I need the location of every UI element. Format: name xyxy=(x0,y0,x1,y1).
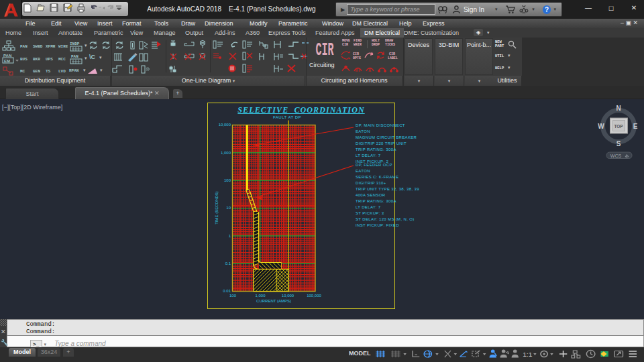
svg-text:1:1: 1:1 xyxy=(523,351,532,358)
